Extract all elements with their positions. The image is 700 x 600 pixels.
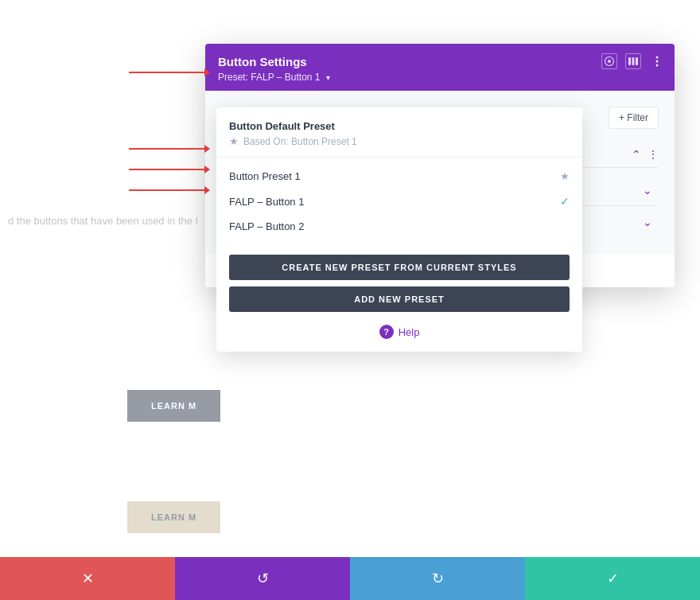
more-options-icon[interactable] <box>649 53 665 69</box>
add-preset-button[interactable]: ADD NEW PRESET <box>229 286 570 312</box>
default-preset-title: Button Default Preset <box>229 120 570 132</box>
default-preset-subtitle: ★ Based On: Button Preset 1 <box>229 135 570 147</box>
redo-icon: ↻ <box>432 570 444 587</box>
arrow-line-2 <box>129 169 204 170</box>
arrow-line-1 <box>129 148 204 150</box>
svg-point-5 <box>656 56 659 59</box>
svg-rect-2 <box>628 57 631 65</box>
svg-rect-3 <box>632 57 635 65</box>
more-row-icon[interactable]: ⋮ <box>648 148 659 161</box>
svg-point-6 <box>656 60 659 63</box>
focus-icon[interactable] <box>601 53 617 69</box>
save-button[interactable]: ✓ <box>525 557 700 600</box>
preset-star-1: ★ <box>560 170 570 182</box>
chevron-down-icon-1[interactable]: ⌄ <box>643 184 652 197</box>
panel-title: Button Settings <box>218 55 662 68</box>
undo-button[interactable]: ↺ <box>175 557 350 600</box>
panel-header: Button Settings Preset: FALP – Button 1 … <box>205 44 675 91</box>
preset-dropdown: Button Default Preset ★ Based On: Button… <box>216 107 582 352</box>
preset-check-icon: ✓ <box>560 195 570 208</box>
star-icon-default: ★ <box>229 135 239 147</box>
arrow-line-label <box>129 72 204 73</box>
save-icon: ✓ <box>607 570 619 587</box>
cancel-button[interactable]: ✕ <box>0 557 175 600</box>
arrow-line-3 <box>129 189 204 191</box>
dropdown-actions: CREATE NEW PRESET FROM CURRENT STYLES AD… <box>216 245 582 318</box>
header-icons <box>601 53 665 69</box>
filter-button[interactable]: + Filter <box>609 107 659 129</box>
chevron-up-icon[interactable]: ⌃ <box>632 148 641 161</box>
create-preset-button[interactable]: CREATE NEW PRESET FROM CURRENT STYLES <box>229 255 570 280</box>
dropdown-help-icon: ? <box>379 325 394 339</box>
arrow-head-3 <box>204 186 210 194</box>
default-preset-based-on: Based On: Button Preset 1 <box>243 136 357 147</box>
preset-list: Button Preset 1 ★ FALP – Button 1 ✓ FALP… <box>216 158 582 245</box>
arrow-head-label <box>204 68 210 76</box>
bottom-toolbar: ✕ ↺ ↻ ✓ <box>0 557 700 600</box>
chevron-down-icon-2[interactable]: ⌄ <box>643 216 652 228</box>
preset-item-2[interactable]: FALP – Button 1 ✓ <box>216 189 582 214</box>
dropdown-help[interactable]: ? Help <box>216 318 582 345</box>
undo-icon: ↺ <box>257 570 269 587</box>
arrow-head-1 <box>204 145 210 153</box>
preset-row: Preset: FALP – Button 1 ▾ <box>218 72 662 91</box>
settings-panel: Button Settings Preset: FALP – Button 1 … <box>205 44 675 287</box>
svg-point-7 <box>656 64 659 67</box>
red-arrow-falp1 <box>129 166 210 173</box>
cancel-icon: ✕ <box>82 570 94 587</box>
preset-name-2: FALP – Button 1 <box>229 196 560 208</box>
dropdown-arrow-icon: ▾ <box>326 73 330 82</box>
arrow-head-2 <box>204 166 210 173</box>
svg-point-1 <box>608 60 611 63</box>
svg-rect-4 <box>636 57 638 65</box>
preset-selector[interactable]: Preset: FALP – Button 1 ▾ <box>218 72 330 83</box>
preset-name-1: Button Preset 1 <box>229 170 560 182</box>
default-preset-section: Button Default Preset ★ Based On: Button… <box>216 107 582 158</box>
red-arrow-preset <box>129 145 210 153</box>
preset-item-1[interactable]: Button Preset 1 ★ <box>216 164 582 189</box>
columns-icon[interactable] <box>625 53 641 69</box>
red-arrow-falp2 <box>129 186 210 194</box>
dropdown-help-label: Help <box>399 326 420 338</box>
preset-item-3[interactable]: FALP – Button 2 <box>216 214 582 239</box>
red-arrow-label <box>129 68 210 76</box>
preset-name-3: FALP – Button 2 <box>229 220 570 232</box>
redo-button[interactable]: ↻ <box>350 557 525 600</box>
